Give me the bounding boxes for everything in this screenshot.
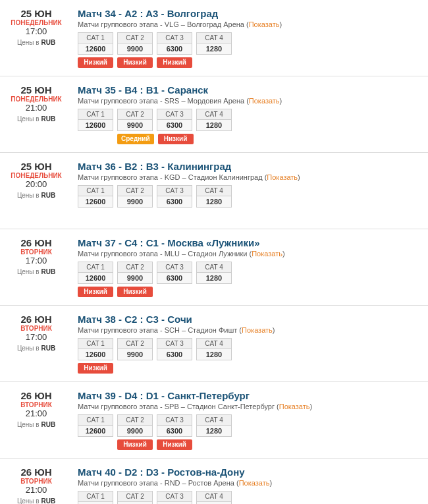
prices-label: Цены в RUB [7, 39, 66, 46]
ticket-category: CAT 4 [196, 109, 232, 120]
show-link[interactable]: Показать [239, 479, 270, 487]
match-column: Матч 39 - D4 : D1 - Санкт-ПетербургМатчи… [72, 387, 428, 453]
ticket-cell[interactable]: CAT 112600 [78, 262, 113, 284]
availability-badge: Средний [117, 134, 154, 144]
ticket-price: 6300 [157, 120, 192, 131]
ticket-cell[interactable]: CAT 112600 [78, 109, 113, 131]
ticket-cell[interactable]: CAT 29900 [117, 338, 153, 360]
badge-placeholder [78, 210, 113, 221]
date-day: 26 ЮН [7, 314, 66, 325]
ticket-cell[interactable]: CAT 112600 [78, 414, 113, 437]
ticket-cell[interactable]: CAT 36300 [157, 109, 192, 131]
ticket-cell[interactable]: CAT 29900 [117, 32, 153, 55]
availability-badge: Низкий [78, 57, 113, 68]
date-time: 17:00 [7, 26, 66, 36]
availability-badge: Низкий [157, 57, 192, 68]
ticket-category: CAT 1 [78, 185, 113, 196]
tickets-grid: CAT 112600CAT 29900CAT 36300CAT 41280 [78, 338, 423, 360]
match-title: Матч 39 - D4 : D1 - Санкт-Петербург [78, 390, 423, 401]
ticket-cell[interactable]: CAT 41280 [196, 185, 232, 208]
ticket-cell[interactable]: CAT 29900 [117, 185, 153, 208]
ticket-category: CAT 2 [117, 338, 153, 349]
ticket-category: CAT 1 [78, 109, 113, 120]
availability-badge: Низкий [78, 363, 113, 374]
tickets-grid: CAT 112600CAT 29900CAT 36300CAT 41280 [78, 491, 423, 504]
show-link[interactable]: Показать [242, 326, 273, 334]
ticket-category: CAT 1 [78, 414, 113, 426]
ticket-price: 6300 [157, 196, 192, 208]
prices-label: Цены в RUB [7, 115, 66, 123]
tickets-grid: CAT 112600CAT 29900CAT 36300CAT 41280 [78, 185, 423, 208]
ticket-cell[interactable]: CAT 41280 [196, 338, 232, 360]
availability-badge: Низкий [117, 287, 153, 297]
ticket-cell[interactable]: CAT 41280 [196, 32, 232, 55]
ticket-cell[interactable]: CAT 41280 [196, 109, 232, 131]
ticket-cell[interactable]: CAT 36300 [157, 32, 192, 55]
ticket-cell[interactable]: CAT 36300 [157, 262, 192, 284]
badge-placeholder [157, 363, 192, 374]
match-column: Матч 40 - D2 : D3 - Ростов-на-ДонуМатчи … [72, 464, 428, 504]
ticket-category: CAT 4 [196, 338, 232, 349]
ticket-cell[interactable]: CAT 112600 [78, 185, 113, 208]
ticket-cell[interactable]: CAT 36300 [157, 414, 192, 437]
date-weekday: ПОНЕДЕЛЬНИК [7, 96, 66, 103]
show-link[interactable]: Показать [249, 20, 280, 28]
availability-badge: Низкий [157, 439, 192, 450]
badge-placeholder [196, 210, 232, 221]
match-title: Матч 34 - A2 : A3 - Волгоград [78, 8, 423, 19]
date-weekday: ВТОРНИК [7, 248, 66, 256]
ticket-cell[interactable]: CAT 36300 [157, 338, 192, 360]
match-row: 25 ЮНПОНЕДЕЛЬНИК17:00Цены в RUBМатч 34 -… [0, 0, 428, 76]
ticket-cell[interactable]: CAT 29900 [117, 262, 153, 284]
ticket-cell[interactable]: CAT 112600 [78, 491, 113, 504]
ticket-cell[interactable]: CAT 41280 [196, 262, 232, 284]
ticket-cell[interactable]: CAT 29900 [117, 491, 153, 504]
show-link[interactable]: Показать [267, 173, 298, 181]
date-column: 26 ЮНВТОРНИК17:00Цены в RUB [0, 311, 72, 376]
ticket-cell[interactable]: CAT 36300 [157, 491, 192, 504]
ticket-cell[interactable]: CAT 41280 [196, 414, 232, 437]
match-subtitle: Матчи группового этапа - RND – Ростов Ар… [78, 479, 423, 487]
ticket-price: 12600 [78, 196, 113, 208]
match-column: Матч 34 - A2 : A3 - ВолгоградМатчи групп… [72, 5, 428, 70]
badge-placeholder [198, 134, 233, 144]
match-subtitle: Матчи группового этапа - VLG – Волгоград… [78, 20, 423, 28]
match-title: Матч 40 - D2 : D3 - Ростов-на-Дону [78, 466, 423, 478]
ticket-cell[interactable]: CAT 41280 [196, 491, 232, 504]
ticket-category: CAT 1 [78, 338, 113, 349]
ticket-cell[interactable]: CAT 36300 [157, 185, 192, 208]
date-weekday: ВТОРНИК [7, 401, 66, 408]
date-weekday: ВТОРНИК [7, 478, 66, 485]
ticket-category: CAT 4 [196, 491, 232, 502]
ticket-category: CAT 4 [196, 414, 232, 426]
ticket-cell[interactable]: CAT 29900 [117, 109, 153, 131]
availability-badge: Низкий [117, 57, 153, 68]
badge-row: НизкийНизкий [78, 439, 423, 450]
ticket-price: 1280 [196, 426, 232, 437]
show-link[interactable]: Показать [252, 250, 282, 258]
badge-placeholder [196, 363, 232, 374]
ticket-cell[interactable]: CAT 112600 [78, 32, 113, 55]
date-day: 26 ЮН [7, 237, 66, 248]
match-row: 26 ЮНВТОРНИК17:00Цены в RUBМатч 37 - C4 … [0, 229, 428, 306]
match-subtitle: Матчи группового этапа - SPB – Стадион С… [78, 403, 423, 410]
ticket-price: 12600 [78, 43, 113, 55]
date-column: 26 ЮНВТОРНИК17:00Цены в RUB [0, 235, 72, 300]
show-link[interactable]: Показать [249, 97, 280, 105]
badge-row: СреднийНизкий [78, 134, 423, 144]
tickets-grid: CAT 112600CAT 29900CAT 36300CAT 41280 [78, 262, 423, 284]
match-title: Матч 35 - B4 : B1 - Саранск [78, 84, 423, 96]
match-subtitle: Матчи группового этапа - MLU – Стадион Л… [78, 250, 423, 258]
availability-badge: Низкий [117, 439, 153, 450]
date-time: 21:00 [7, 103, 66, 113]
ticket-cell[interactable]: CAT 112600 [78, 338, 113, 360]
ticket-price: 9900 [117, 273, 153, 284]
date-day: 26 ЮН [7, 466, 66, 478]
date-column: 26 ЮНВТОРНИК21:00Цены в RUB [0, 464, 72, 504]
date-day: 25 ЮН [7, 161, 66, 172]
ticket-cell[interactable]: CAT 29900 [117, 414, 153, 437]
match-subtitle: Матчи группового этапа - SRS – Мордовия … [78, 97, 423, 105]
ticket-category: CAT 3 [157, 109, 192, 120]
ticket-price: 12600 [78, 426, 113, 437]
show-link[interactable]: Показать [279, 403, 310, 410]
